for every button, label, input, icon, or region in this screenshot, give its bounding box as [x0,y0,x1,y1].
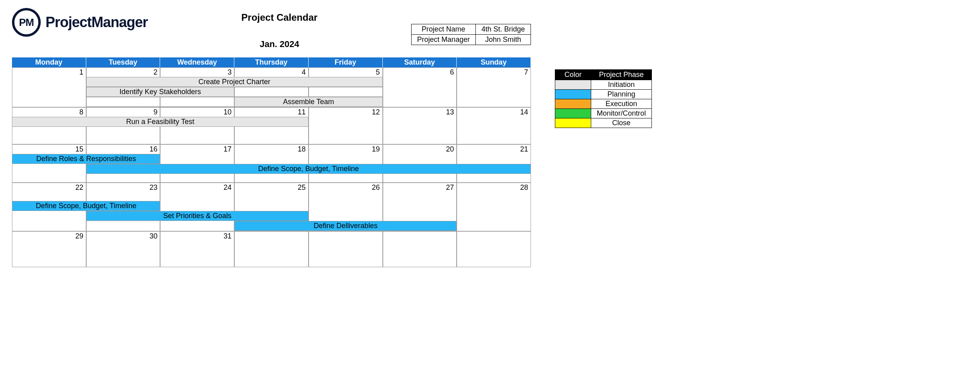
empty-cell [383,201,457,211]
empty-cell [309,117,383,127]
day-header-cell: Thursday [234,57,309,67]
task-bar: Assemble Team [234,97,382,107]
empty-cell [12,221,86,231]
date-cell: 27 [383,183,457,192]
info-label-project-name: Project Name [411,24,475,35]
date-cell: 22 [12,183,86,192]
date-cell: 7 [457,67,531,77]
date-cell: 12 [309,107,383,117]
pad-cell [86,241,160,250]
pad-cell [383,258,457,267]
empty-cell [457,154,531,164]
task-bar: Identify Key Stakeholders [86,87,234,97]
date-cell: 16 [86,144,160,154]
pad-cell [309,127,383,136]
logo: PM ProjectManager [12,8,148,37]
pad-cell [457,127,531,136]
pad-cell [160,174,234,183]
empty-cell [457,221,531,231]
pad-cell [234,127,309,136]
empty-cell [383,192,457,201]
date-cell: 29 [12,231,86,241]
pad-cell [234,136,309,144]
legend-swatch [555,90,591,99]
info-value-project-name: 4th St. Bridge [475,24,531,35]
empty-cell [457,97,531,107]
date-cell: 1 [12,67,86,77]
task-bar [309,87,383,97]
project-info-table: Project Name 4th St. Bridge Project Mana… [411,24,531,45]
pad-cell [457,136,531,144]
empty-cell [12,77,86,87]
legend-table: ColorProject Phase InitiationPlanningExe… [555,69,652,128]
pad-cell [12,136,86,144]
empty-cell [383,77,457,87]
date-cell [309,231,383,241]
date-cell [457,231,531,241]
legend-label: Monitor/Control [591,109,652,118]
task-bar [160,97,234,107]
day-header-cell: Saturday [383,57,457,67]
pad-cell [160,258,234,267]
date-cell: 13 [383,107,457,117]
pad-cell [457,174,531,183]
task-bar [234,87,309,97]
empty-cell [160,201,234,211]
legend-header-cell: Project Phase [591,70,652,80]
date-cell: 17 [160,144,234,154]
date-cell: 31 [160,231,234,241]
empty-cell [12,87,86,97]
pad-cell [309,174,383,183]
task-bar: Define Delliverables [234,221,457,231]
empty-cell [383,154,457,164]
task-bar: Run a Feasibility Test [12,117,309,127]
pad-cell [12,127,86,136]
task-bar [86,97,160,107]
pad-cell [86,136,160,144]
date-cell: 26 [309,183,383,192]
day-header-cell: Friday [309,57,383,67]
pad-cell [234,174,309,183]
logo-text: ProjectManager [46,14,148,31]
header: PM ProjectManager Project Calendar Jan. … [12,8,531,49]
day-header-cell: Sunday [457,57,531,67]
date-cell: 28 [457,183,531,192]
legend-swatch [555,109,591,118]
calendar-day-header: MondayTuesdayWednesdayThursdayFridaySatu… [12,57,531,67]
pad-cell [86,127,160,136]
pad-cell [86,174,160,183]
legend-header-cell: Color [555,70,591,80]
date-cell: 14 [457,107,531,117]
pad-cell [234,241,309,250]
date-cell: 10 [160,107,234,117]
date-cell: 30 [86,231,160,241]
pad-cell [160,127,234,136]
empty-cell [86,221,160,231]
empty-cell [234,154,309,164]
empty-cell [86,192,160,201]
pad-cell [457,250,531,258]
empty-cell [160,192,234,201]
task-bar: Define Scope, Budget, Timeline [86,164,531,174]
empty-cell [12,211,86,221]
pad-cell [12,258,86,267]
empty-cell [383,97,457,107]
pad-cell [86,250,160,258]
info-label-project-manager: Project Manager [411,35,475,45]
logo-mark: PM [12,8,41,37]
pad-cell [12,250,86,258]
empty-cell [383,211,457,221]
empty-cell [457,87,531,97]
empty-cell [457,192,531,201]
date-cell: 11 [234,107,309,117]
pad-cell [234,250,309,258]
empty-cell [457,211,531,221]
empty-cell [309,192,383,201]
legend-label: Planning [591,90,652,99]
day-header-cell: Wednesday [160,57,234,67]
document-month: Jan. 2024 [148,39,411,49]
date-cell [234,231,309,241]
pad-cell [160,136,234,144]
pad-cell [457,241,531,250]
empty-cell [309,211,383,221]
